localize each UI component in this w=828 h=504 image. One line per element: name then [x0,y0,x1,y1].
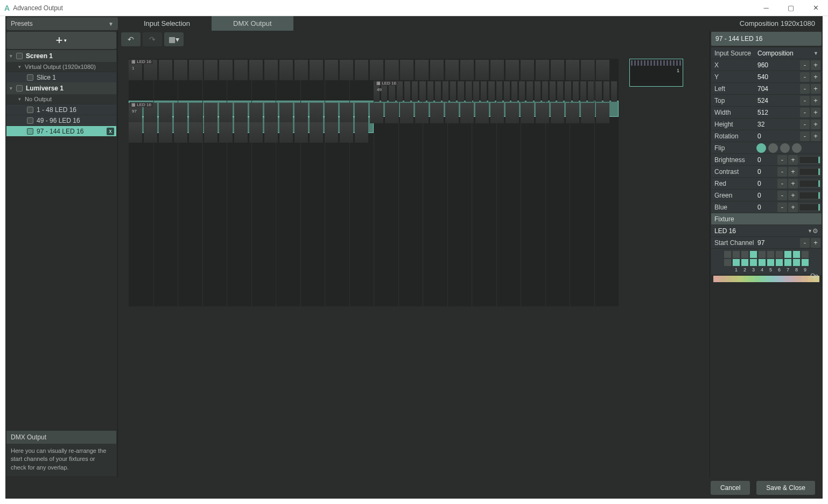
window-titlebar: A Advanced Output ─ ▢ ✕ [0,0,828,16]
plus-icon: + [56,34,63,46]
decrement-button[interactable]: - [800,108,810,117]
tab-input-selection[interactable]: Input Selection [122,16,212,31]
decrement-button[interactable]: - [777,155,787,165]
decrement-button[interactable]: - [800,238,810,248]
increment-button[interactable]: + [811,84,820,94]
gear-icon[interactable]: ⚙ [812,227,818,235]
window-minimize-button[interactable]: ─ [754,0,778,16]
prop-x[interactable]: X960-+ [711,59,822,71]
prop-flip: Flip [711,142,822,153]
prop-brightness[interactable]: Brightness0-+ [711,153,822,165]
prop-contrast[interactable]: Contrast0-+ [711,165,822,177]
save-close-button[interactable]: Save & Close [756,481,815,495]
color-palette[interactable] [713,276,819,282]
tree-lumiverse-sub[interactable]: ▾No Output [6,94,116,104]
decrement-button[interactable]: - [777,202,787,212]
slider[interactable] [799,204,820,211]
prop-start-channel[interactable]: Start Channel97-+ [711,236,822,248]
fixture-tree: ▾Screen 1 ▾Virtual Output (1920x1080) Sl… [6,50,116,429]
decrement-button[interactable]: - [800,72,810,82]
chevron-down-icon: ▼ [813,51,818,56]
undo-button[interactable]: ↶ [121,32,141,46]
top-bar: Presets ▼ Input Selection DMX Output Com… [5,16,823,31]
flip-v-button[interactable] [768,143,778,153]
channel-matrix[interactable]: 123456789On [711,248,822,275]
info-title: DMX Output [6,431,116,444]
prop-height[interactable]: Height32-+ [711,118,822,130]
tree-led-a[interactable]: 1 - 48 LED 16 [6,104,116,115]
tree-led-c[interactable]: 97 - 144 LED 16x [6,125,116,136]
decrement-button[interactable]: - [777,191,787,200]
tree-screen-sub[interactable]: ▾Virtual Output (1920x1080) [6,62,116,72]
app-logo-icon: A [4,4,10,12]
window-title: Advanced Output [13,4,63,12]
chevron-down-icon: ▾ [64,38,67,43]
prop-width[interactable]: Width512-+ [711,106,822,118]
info-panel: DMX Output Here you can visually re-arra… [6,431,116,476]
info-text: Here you can visually re-arrange the sta… [11,447,112,472]
tree-led-b[interactable]: 49 - 96 LED 16 [6,115,116,125]
decrement-button[interactable]: - [800,120,810,129]
flip-h-button[interactable] [756,143,766,153]
increment-button[interactable]: + [788,179,798,188]
prop-y[interactable]: Y540-+ [711,71,822,82]
fixture-header: Fixture [711,213,822,225]
decrement-button[interactable]: - [777,179,787,188]
decrement-button[interactable]: - [800,96,810,106]
prop-left[interactable]: Left704-+ [711,82,822,94]
prop-rotation[interactable]: Rotation0-+ [711,130,822,142]
increment-button[interactable]: + [811,108,820,117]
flip-d2-button[interactable] [792,143,802,153]
grid-button[interactable]: ▦▾ [164,32,184,46]
fixture-type-dropdown[interactable]: LED 16▼⚙ [711,225,822,236]
presets-dropdown[interactable]: Presets ▼ [6,17,118,30]
dmx-canvas[interactable]: ▦ LED 161▦ LED 1649▦ LED 1697 [129,59,619,306]
prop-blue[interactable]: Blue0-+ [711,201,822,213]
increment-button[interactable]: + [811,96,820,106]
cancel-button[interactable]: Cancel [711,481,750,495]
add-button[interactable]: + ▾ [6,32,116,49]
tree-slice[interactable]: Slice 1 [6,72,116,82]
decrement-button[interactable]: - [800,60,810,70]
close-icon[interactable]: x [107,128,114,135]
increment-button[interactable]: + [811,60,820,70]
canvas-toolbar: ↶ ↷ ▦▾ [118,31,710,48]
properties-title: 97 - 144 LED 16 [711,32,822,46]
properties-panel: Input Source Composition ▼ X960-+Y540-+L… [711,47,822,477]
dialog-footer: Cancel Save & Close [5,477,823,499]
prop-red[interactable]: Red0-+ [711,177,822,189]
composition-label: Composition 1920x1080 [740,16,815,31]
increment-button[interactable]: + [811,238,820,248]
increment-button[interactable]: + [788,202,798,212]
slider[interactable] [799,168,820,176]
slider[interactable] [799,180,820,187]
canvas-preview[interactable]: 1 [629,59,683,87]
decrement-button[interactable]: - [800,84,810,94]
decrement-button[interactable]: - [777,167,787,177]
increment-button[interactable]: + [788,167,798,177]
presets-label: Presets [11,20,33,27]
chevron-down-icon: ▼ [108,21,114,27]
prop-top[interactable]: Top524-+ [711,94,822,106]
decrement-button[interactable]: - [800,131,810,141]
redo-button[interactable]: ↷ [143,32,162,46]
increment-button[interactable]: + [811,120,820,129]
tree-screen-header[interactable]: ▾Screen 1 [6,50,116,62]
tab-dmx-output[interactable]: DMX Output [212,16,293,31]
prop-green[interactable]: Green0-+ [711,189,822,201]
increment-button[interactable]: + [811,72,820,82]
prop-input-source[interactable]: Input Source Composition ▼ [711,47,822,59]
increment-button[interactable]: + [788,155,798,165]
preview-number: 1 [677,68,679,73]
increment-button[interactable]: + [788,191,798,200]
flip-d1-button[interactable] [780,143,790,153]
window-close-button[interactable]: ✕ [803,0,828,16]
window-maximize-button[interactable]: ▢ [778,0,803,16]
slider[interactable] [799,192,820,199]
slider[interactable] [799,156,820,164]
tree-lumiverse-header[interactable]: ▾Lumiverse 1 [6,82,116,94]
increment-button[interactable]: + [811,131,820,141]
